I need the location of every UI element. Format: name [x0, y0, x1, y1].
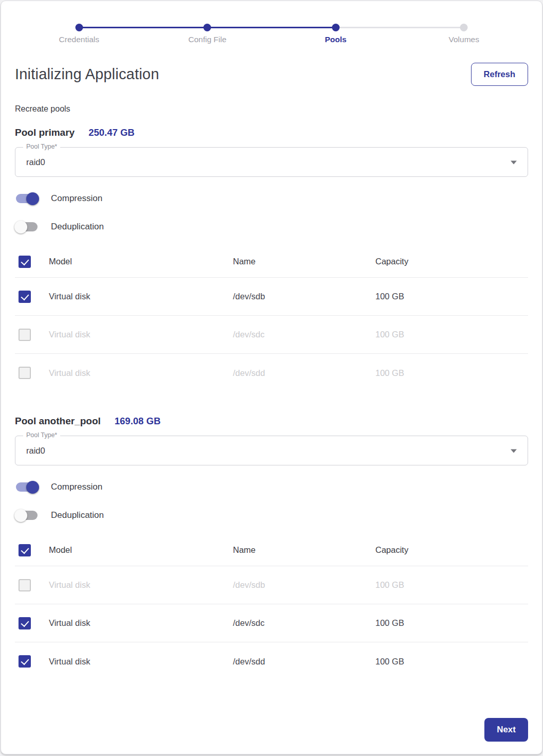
- table-header-row: Model Name Capacity: [15, 534, 528, 566]
- pool-type-value: raid0: [26, 157, 45, 167]
- pool-section-another-pool: Pool another_pool 169.08 GB Pool Type* r…: [15, 416, 528, 680]
- wizard-card: Credentials Config File Pools Volumes In…: [1, 1, 542, 754]
- disk-capacity: 100 GB: [375, 292, 528, 301]
- pool-type-select[interactable]: Pool Type* raid0: [15, 147, 528, 177]
- deduplication-toggle[interactable]: [16, 511, 38, 520]
- step-pools[interactable]: Pools: [272, 24, 400, 44]
- footer: Next: [484, 718, 528, 742]
- disk-model: Virtual disk: [49, 657, 233, 667]
- disk-table: Model Name Capacity Virtual disk /dev/sd…: [15, 534, 528, 680]
- table-row: Virtual disk /dev/sdd 100 GB: [15, 642, 528, 680]
- stepper: Credentials Config File Pools Volumes: [15, 1, 528, 44]
- compression-label: Compression: [51, 482, 102, 492]
- step-volumes[interactable]: Volumes: [400, 24, 529, 44]
- pool-name: Pool primary: [15, 127, 75, 138]
- step-dot: [460, 24, 468, 31]
- stepper-line: [400, 27, 464, 28]
- disk-name: /dev/sdd: [233, 368, 375, 378]
- page-title: Initializing Application: [15, 66, 159, 83]
- column-header-name: Name: [233, 545, 375, 555]
- recreate-pools-label: Recreate pools: [15, 104, 528, 114]
- disk-model: Virtual disk: [49, 580, 233, 590]
- table-row: Virtual disk /dev/sdc 100 GB: [15, 604, 528, 642]
- select-all-checkbox[interactable]: [19, 256, 31, 268]
- stepper-line: [79, 27, 143, 28]
- stepper-line: [143, 27, 208, 28]
- table-row: Virtual disk /dev/sdb 100 GB: [15, 566, 528, 604]
- table-row: Virtual disk /dev/sdc 100 GB: [15, 316, 528, 354]
- step-config-file[interactable]: Config File: [143, 24, 272, 44]
- disk-capacity: 100 GB: [375, 330, 528, 339]
- disk-name: /dev/sdb: [233, 292, 375, 301]
- disk-capacity: 100 GB: [375, 657, 528, 667]
- disk-capacity: 100 GB: [375, 580, 528, 590]
- deduplication-label: Deduplication: [51, 222, 104, 232]
- disk-checkbox[interactable]: [19, 655, 31, 668]
- chevron-down-icon: [511, 161, 517, 165]
- next-button[interactable]: Next: [484, 718, 528, 742]
- chevron-down-icon: [511, 449, 517, 453]
- page-header: Initializing Application Refresh: [15, 63, 528, 86]
- refresh-button[interactable]: Refresh: [471, 63, 528, 86]
- table-row: Virtual disk /dev/sdd 100 GB: [15, 354, 528, 392]
- disk-name: /dev/sdc: [233, 618, 375, 628]
- stepper-line: [272, 27, 336, 28]
- pool-type-label: Pool Type*: [23, 143, 60, 150]
- compression-toggle[interactable]: [16, 194, 38, 203]
- column-header-model: Model: [49, 257, 233, 266]
- disk-model: Virtual disk: [49, 618, 233, 628]
- step-dot: [75, 24, 83, 31]
- column-header-name: Name: [233, 257, 375, 266]
- pool-type-select[interactable]: Pool Type* raid0: [15, 436, 528, 465]
- step-label: Pools: [272, 35, 400, 44]
- step-label: Credentials: [15, 35, 143, 44]
- step-dot: [204, 24, 211, 31]
- select-all-checkbox[interactable]: [19, 544, 31, 556]
- disk-checkbox[interactable]: [19, 329, 31, 341]
- disk-model: Virtual disk: [49, 368, 233, 378]
- compression-toggle[interactable]: [16, 482, 38, 492]
- disk-model: Virtual disk: [49, 292, 233, 301]
- disk-checkbox[interactable]: [19, 291, 31, 303]
- step-credentials[interactable]: Credentials: [15, 24, 143, 44]
- disk-model: Virtual disk: [49, 330, 233, 339]
- disk-name: /dev/sdd: [233, 657, 375, 667]
- pool-section-primary: Pool primary 250.47 GB Pool Type* raid0 …: [15, 127, 528, 392]
- table-header-row: Model Name Capacity: [15, 246, 528, 278]
- disk-table: Model Name Capacity Virtual disk /dev/sd…: [15, 246, 528, 392]
- disk-name: /dev/sdb: [233, 580, 375, 590]
- disk-capacity: 100 GB: [375, 368, 528, 378]
- disk-capacity: 100 GB: [375, 618, 528, 628]
- step-label: Volumes: [400, 35, 529, 44]
- pool-name: Pool another_pool: [15, 416, 101, 427]
- table-row: Virtual disk /dev/sdb 100 GB: [15, 278, 528, 316]
- column-header-capacity: Capacity: [375, 257, 528, 266]
- pool-type-value: raid0: [26, 446, 45, 456]
- column-header-model: Model: [49, 545, 233, 555]
- disk-name: /dev/sdc: [233, 330, 375, 339]
- stepper-line: [336, 27, 400, 28]
- stepper-line: [207, 27, 272, 28]
- disk-checkbox[interactable]: [19, 617, 31, 629]
- pool-size: 169.08 GB: [115, 416, 160, 427]
- step-label: Config File: [143, 35, 272, 44]
- pool-type-label: Pool Type*: [23, 431, 60, 439]
- compression-label: Compression: [51, 193, 102, 204]
- column-header-capacity: Capacity: [375, 545, 528, 555]
- pool-size: 250.47 GB: [88, 127, 134, 138]
- deduplication-label: Deduplication: [51, 510, 104, 520]
- disk-checkbox[interactable]: [19, 579, 31, 591]
- deduplication-toggle[interactable]: [16, 222, 38, 231]
- disk-checkbox[interactable]: [19, 367, 31, 379]
- step-dot: [332, 24, 339, 31]
